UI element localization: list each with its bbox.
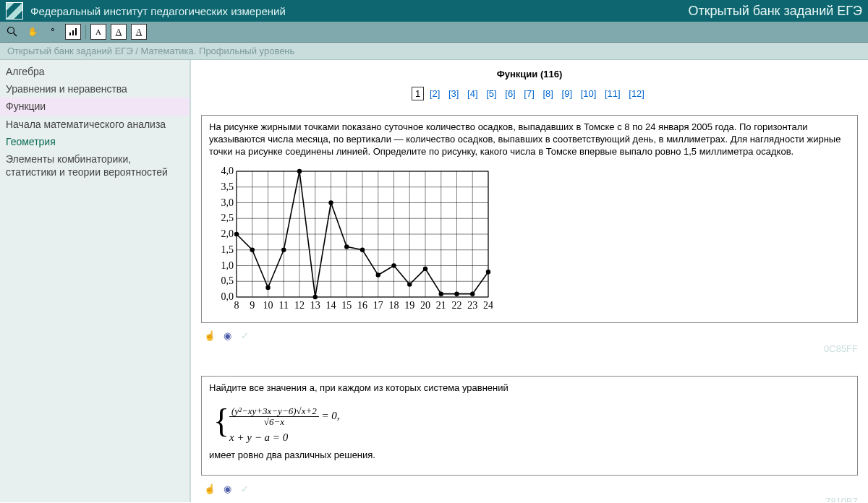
svg-text:14: 14 xyxy=(326,300,336,311)
svg-text:19: 19 xyxy=(404,300,414,311)
page-link[interactable]: 1 xyxy=(412,87,424,100)
svg-text:23: 23 xyxy=(467,300,477,311)
eq-rhs: = 0, xyxy=(321,410,339,421)
page-link[interactable]: [9] xyxy=(559,87,575,100)
svg-point-72 xyxy=(454,291,459,296)
svg-text:18: 18 xyxy=(389,300,399,311)
svg-point-59 xyxy=(250,247,255,252)
task-code: 7810B7 xyxy=(201,496,858,502)
svg-text:12: 12 xyxy=(294,300,305,311)
svg-text:2,0: 2,0 xyxy=(221,228,234,239)
svg-text:3,5: 3,5 xyxy=(221,181,234,192)
svg-point-71 xyxy=(439,291,443,296)
sidebar-item-combinatorics[interactable]: Элементы комбинаторики, статистики и тео… xyxy=(0,150,190,181)
sidebar-item-algebra[interactable]: Алгебра xyxy=(0,63,190,80)
page-link[interactable]: [3] xyxy=(446,87,461,100)
svg-text:3,0: 3,0 xyxy=(221,197,234,207)
svg-point-69 xyxy=(407,282,412,286)
task-footer: ☝ ◉ ✓ xyxy=(201,330,858,342)
svg-point-73 xyxy=(470,291,475,296)
font-size-small[interactable]: A xyxy=(90,24,106,40)
svg-text:13: 13 xyxy=(310,300,320,311)
svg-point-0 xyxy=(8,27,14,34)
line-chart: 0,00,51,01,52,02,53,03,54,08910111213141… xyxy=(210,167,493,311)
svg-point-64 xyxy=(328,200,333,205)
search-icon[interactable] xyxy=(4,24,20,40)
toolbar: ✋ ° A A A xyxy=(0,22,868,43)
brace-icon: { xyxy=(213,405,229,438)
hand-icon[interactable]: ☝ xyxy=(204,483,216,494)
svg-text:1,0: 1,0 xyxy=(221,259,234,270)
svg-point-74 xyxy=(486,270,490,274)
page-link[interactable]: [6] xyxy=(502,87,518,100)
svg-text:2,5: 2,5 xyxy=(221,212,234,223)
svg-point-65 xyxy=(344,244,349,249)
math-system: { (y²−xy+3x−y−6)√x+2 √6−x = 0, x + y − a… xyxy=(209,400,850,450)
sidebar-item-equations[interactable]: Уравнения и неравенства xyxy=(0,80,190,98)
svg-text:20: 20 xyxy=(420,300,430,311)
content-area: Функции (116) 1 [2] [3] [4] [5] [6] [7] … xyxy=(190,60,868,502)
svg-point-67 xyxy=(376,272,380,277)
page-link[interactable]: [7] xyxy=(521,87,537,100)
svg-rect-3 xyxy=(72,30,74,35)
logo xyxy=(6,2,23,20)
sidebar-item-geometry[interactable]: Геометрия xyxy=(0,133,190,150)
svg-point-66 xyxy=(360,247,365,252)
svg-text:1,5: 1,5 xyxy=(221,244,234,254)
svg-text:0,5: 0,5 xyxy=(221,275,234,286)
task-text-2: имеет ровно два различных решения. xyxy=(209,450,850,462)
eq-numerator: (y²−xy+3x−y−6)√x+2 xyxy=(229,406,319,417)
pager: 1 [2] [3] [4] [5] [6] [7] [8] [9] [10] [… xyxy=(201,87,858,100)
svg-point-68 xyxy=(391,263,396,267)
main-layout: Алгебра Уравнения и неравенства Функции … xyxy=(0,60,868,502)
svg-text:24: 24 xyxy=(483,300,493,311)
task-card: Найдите все значения a, при каждом из ко… xyxy=(201,376,858,476)
svg-text:21: 21 xyxy=(436,300,446,311)
task-code: 0C85FF xyxy=(201,343,858,354)
app-header: Федеральный институт педагогических изме… xyxy=(0,0,868,22)
eq-denominator: √6−x xyxy=(229,417,319,427)
sidebar-item-analysis[interactable]: Начала математического анализа xyxy=(0,116,190,133)
svg-text:11: 11 xyxy=(279,300,289,311)
sidebar: Алгебра Уравнения и неравенства Функции … xyxy=(0,60,190,502)
chart-icon[interactable] xyxy=(65,24,81,40)
task-footer: ☝ ◉ ✓ xyxy=(201,483,858,494)
svg-text:8: 8 xyxy=(234,300,239,311)
font-size-medium[interactable]: A xyxy=(111,24,127,40)
header-right: Открытый банк заданий ЕГЭ xyxy=(688,4,862,19)
svg-point-58 xyxy=(234,231,239,236)
page-link[interactable]: [2] xyxy=(427,87,443,100)
page-link[interactable]: [5] xyxy=(483,87,499,100)
page-link[interactable]: [4] xyxy=(464,87,480,100)
svg-text:9: 9 xyxy=(250,300,255,311)
svg-text:15: 15 xyxy=(341,300,352,311)
page-link[interactable]: [12] xyxy=(626,87,647,100)
svg-text:4,0: 4,0 xyxy=(221,167,234,176)
svg-point-70 xyxy=(423,266,427,270)
degree-icon[interactable]: ° xyxy=(45,24,61,40)
task-chart: 0,00,51,01,52,02,53,03,54,08910111213141… xyxy=(209,164,494,313)
hand-icon[interactable]: ☝ xyxy=(204,330,216,342)
page-link[interactable]: [8] xyxy=(540,87,556,100)
eye-icon[interactable]: ◉ xyxy=(221,330,233,342)
svg-line-1 xyxy=(14,33,17,37)
svg-point-63 xyxy=(313,294,318,298)
svg-text:22: 22 xyxy=(452,300,462,311)
svg-rect-4 xyxy=(75,28,77,35)
header-title: Федеральный институт педагогических изме… xyxy=(30,5,286,17)
breadcrumb: Открытый банк заданий ЕГЭ / Математика. … xyxy=(0,43,868,60)
eye-icon[interactable]: ◉ xyxy=(221,483,233,494)
svg-text:10: 10 xyxy=(263,300,273,311)
page-link[interactable]: [10] xyxy=(578,87,600,100)
page-title: Функции (116) xyxy=(201,69,858,79)
font-size-large[interactable]: A xyxy=(131,24,147,40)
page-link[interactable]: [11] xyxy=(602,87,624,100)
task-text: Найдите все значения a, при каждом из ко… xyxy=(209,382,850,395)
hand-icon[interactable]: ✋ xyxy=(25,24,41,40)
check-icon[interactable]: ✓ xyxy=(239,483,250,494)
svg-text:16: 16 xyxy=(357,300,367,311)
check-icon[interactable]: ✓ xyxy=(239,330,250,342)
svg-text:0,0: 0,0 xyxy=(221,291,234,302)
sidebar-item-functions[interactable]: Функции xyxy=(0,98,190,115)
task-text: На рисунке жирными точками показано суто… xyxy=(209,121,850,158)
